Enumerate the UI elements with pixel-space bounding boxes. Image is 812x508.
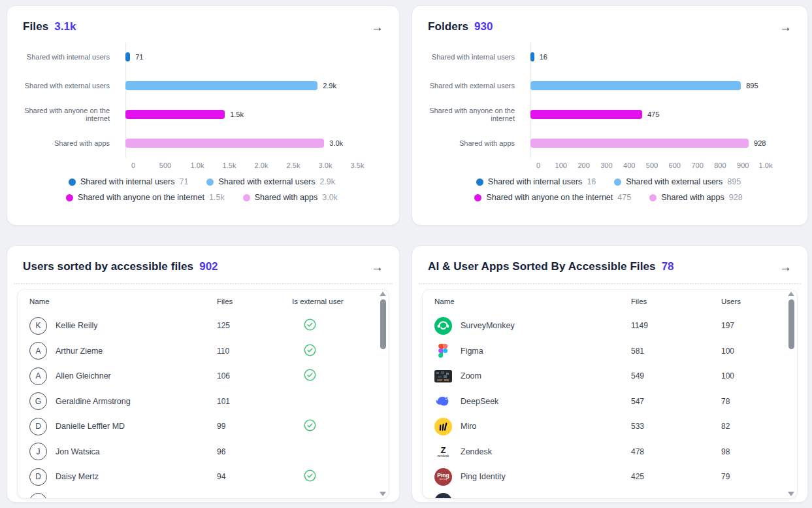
bar[interactable] xyxy=(125,81,317,90)
scroll-down-icon[interactable] xyxy=(380,492,386,496)
bar[interactable] xyxy=(530,81,741,90)
legend-label: Shared with apps xyxy=(255,193,318,202)
files-count: 533 xyxy=(631,422,721,431)
axis-tick-label: 3.5k xyxy=(351,161,365,169)
scrollbar[interactable] xyxy=(787,292,795,496)
files-count: 423 xyxy=(631,498,721,498)
open-details-arrow-icon[interactable]: → xyxy=(779,261,792,273)
table-row[interactable]: SurveyMonkey1149197 xyxy=(423,313,797,339)
legend-dot-icon xyxy=(206,178,214,186)
legend-dot-icon xyxy=(66,194,73,201)
legend-item[interactable]: Shared with apps3.0k xyxy=(243,193,338,202)
scroll-up-icon[interactable] xyxy=(788,292,794,296)
table-row[interactable]: DDanielle Leffler MD99 xyxy=(18,414,389,439)
avatar: A xyxy=(29,367,47,385)
bar[interactable] xyxy=(530,110,642,119)
table-row[interactable]: Zoom549100 xyxy=(423,364,797,389)
avatar: G xyxy=(29,392,47,410)
table-row[interactable]: KKellie Reilly125 xyxy=(18,313,389,339)
bar[interactable] xyxy=(530,52,534,61)
legend-item[interactable]: Shared with external users895 xyxy=(614,177,741,186)
legend-dot-icon xyxy=(69,178,76,186)
legend-dot-icon xyxy=(474,194,481,201)
legend-label: Shared with internal users xyxy=(488,177,583,186)
open-details-arrow-icon[interactable]: → xyxy=(371,21,383,33)
bar[interactable] xyxy=(125,110,225,119)
user-name-cell: DDanielle Leffler MD xyxy=(29,418,217,435)
legend-item[interactable]: Shared with internal users71 xyxy=(69,177,188,186)
card-header: Folders 930 → xyxy=(412,6,807,33)
table-row[interactable]: MMr. George Pacocha92 xyxy=(18,490,389,499)
chart-bar-row: Shared with anyone on the internet1.5k xyxy=(18,100,386,129)
open-details-arrow-icon[interactable]: → xyxy=(779,21,792,33)
table-row[interactable]: JJon Watsica96 xyxy=(18,439,389,465)
table-row[interactable]: Miro53382 xyxy=(423,414,797,439)
axis-tick-label: 0 xyxy=(536,161,540,169)
check-circle-icon xyxy=(304,419,316,432)
deepseek-logo-icon xyxy=(434,392,452,410)
table-row[interactable]: DDaisy Mertz94 xyxy=(18,464,389,490)
users-table-card: Users sorted by accessible files 902 → N… xyxy=(7,245,400,503)
user-name-cell: MMr. George Pacocha xyxy=(29,493,217,498)
legend-value: 928 xyxy=(729,193,743,202)
column-header-users: Users xyxy=(721,297,785,305)
scroll-up-icon[interactable] xyxy=(380,292,386,296)
legend-item[interactable]: Shared with apps928 xyxy=(649,193,742,202)
user-name: Danielle Leffler MD xyxy=(56,422,125,431)
scrollbar[interactable] xyxy=(379,292,387,496)
app-name-cell: SurveyMonkey xyxy=(434,317,631,335)
open-details-arrow-icon[interactable]: → xyxy=(371,261,383,273)
axis-tick-label: 2.0k xyxy=(255,161,268,169)
table-header: Name Files Users xyxy=(423,290,797,313)
user-name-cell: GGeraldine Armstrong xyxy=(29,392,217,410)
card-header: Users sorted by accessible files 902 → xyxy=(7,246,399,273)
folders-bar-chart: Shared with internal users16Shared with … xyxy=(412,42,807,202)
legend-item[interactable]: Shared with anyone on the internet475 xyxy=(474,193,631,202)
column-header-name: Name xyxy=(29,297,217,305)
app-name-cell: DeepSeek xyxy=(434,392,631,410)
axis-tick-label: 400 xyxy=(623,161,635,169)
category-label: Shared with apps xyxy=(423,139,523,147)
axis-tick-label: 1.5k xyxy=(223,161,236,169)
app-name: DeepSeek xyxy=(461,397,498,406)
user-name: Mr. George Pacocha xyxy=(56,498,131,498)
table-row[interactable]: AAllen Gleichner106 xyxy=(18,364,389,389)
legend-item[interactable]: Shared with external users2.9k xyxy=(206,177,335,186)
app-name-cell: AWS IAM Identity Center xyxy=(434,493,631,498)
check-circle-icon xyxy=(304,369,316,381)
user-name: Daisy Mertz xyxy=(56,472,99,481)
bar[interactable] xyxy=(125,139,324,148)
card-title: Files xyxy=(23,20,48,33)
bar-track: 895 xyxy=(530,81,766,90)
files-count: 110 xyxy=(217,347,292,356)
table-row[interactable]: ZzendeskZendesk47898 xyxy=(423,439,797,465)
table-row[interactable]: Figma581100 xyxy=(423,339,797,364)
scrollbar-thumb[interactable] xyxy=(788,299,794,349)
scroll-down-icon[interactable] xyxy=(788,492,794,496)
table-row[interactable]: PingIdentityPing Identity42579 xyxy=(423,464,797,490)
card-header: Files 3.1k → xyxy=(7,6,399,33)
legend-label: Shared with apps xyxy=(661,193,724,202)
bar[interactable] xyxy=(125,52,130,61)
table-row[interactable]: AWS IAM Identity Center42395 xyxy=(423,490,797,499)
table-row[interactable]: AArthur Zieme110 xyxy=(18,339,389,364)
user-name: Kellie Reilly xyxy=(56,321,98,330)
check-circle-icon xyxy=(304,469,316,482)
axis-tick-label: 600 xyxy=(669,161,681,169)
table-body: KKellie Reilly125AArthur Zieme110AAllen … xyxy=(18,313,389,498)
user-name-cell: AAllen Gleichner xyxy=(29,367,217,385)
x-axis: 01002003004005006007008009001.0k xyxy=(538,158,766,172)
legend-item[interactable]: Shared with anyone on the internet1.5k xyxy=(66,193,225,202)
bar[interactable] xyxy=(530,139,749,148)
legend-label: Shared with anyone on the internet xyxy=(78,193,204,202)
table-row[interactable]: DeepSeek54778 xyxy=(423,389,797,415)
scrollbar-thumb[interactable] xyxy=(380,299,386,349)
table-row[interactable]: GGeraldine Armstrong101 xyxy=(18,389,389,415)
files-count: 425 xyxy=(631,472,721,481)
users-count: 100 xyxy=(721,371,785,381)
files-count: 101 xyxy=(217,397,292,406)
folders-chart-card: Folders 930 → Shared with internal users… xyxy=(412,5,808,226)
legend-item[interactable]: Shared with internal users16 xyxy=(476,177,596,186)
files-count: 1149 xyxy=(631,321,721,330)
user-name-cell: DDaisy Mertz xyxy=(29,468,217,486)
